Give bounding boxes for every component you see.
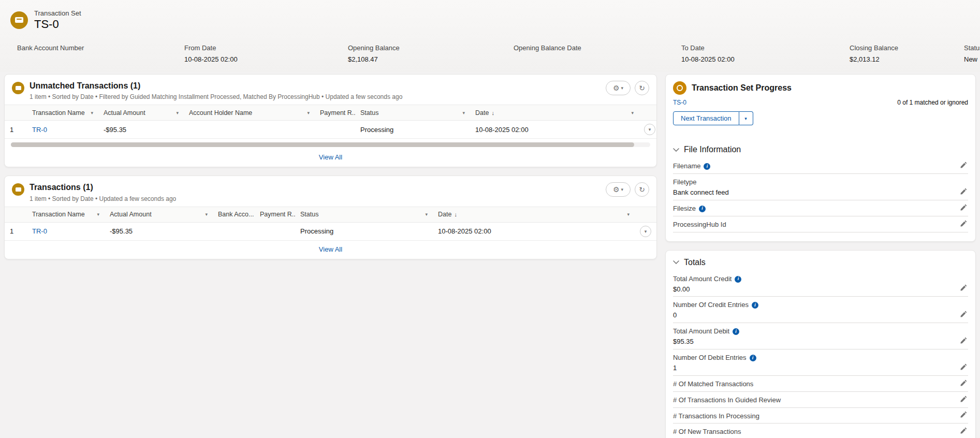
info-icon[interactable]: i	[704, 163, 710, 170]
transaction-link[interactable]: TR-0	[32, 227, 47, 235]
field-opening-balance-date: Opening Balance Date	[514, 44, 681, 64]
edit-button[interactable]	[959, 283, 968, 294]
gear-icon: ⚙	[613, 185, 620, 194]
field-label: Total Amount Debit	[673, 327, 729, 336]
column-label: Status	[360, 109, 378, 116]
edit-button[interactable]	[959, 187, 968, 198]
view-all-link[interactable]: View All	[319, 245, 342, 253]
row-actions-button[interactable]: ▾	[644, 124, 655, 135]
column-header-status[interactable]: Status▾	[355, 105, 470, 121]
sort-desc-icon: ↓	[454, 211, 457, 217]
field-value: $2,108.47	[348, 55, 514, 64]
section-title: File Information	[684, 145, 741, 154]
column-header-bank-account[interactable]: Bank Acco...▾	[213, 207, 255, 222]
edit-icon	[960, 220, 967, 227]
totals-card: Totals Total Amount Crediti $0.00 Number…	[665, 250, 976, 438]
refresh-button[interactable]: ↻	[635, 182, 649, 197]
refresh-icon: ↻	[639, 84, 645, 92]
view-all-link[interactable]: View All	[319, 153, 342, 161]
field-value: 10-08-2025 02:00	[184, 55, 348, 64]
column-header-date[interactable]: Date↓▾	[470, 105, 639, 121]
record-link[interactable]: TS-0	[673, 99, 686, 106]
row-number: 1	[5, 121, 27, 139]
field-label: Closing Balance	[850, 44, 964, 52]
edit-button[interactable]	[959, 378, 968, 389]
unmatched-transactions-card: Unmatched Transactions (1) 1 item • Sort…	[4, 74, 657, 167]
cell-account-holder-name	[184, 121, 315, 139]
edit-button[interactable]	[959, 362, 968, 373]
column-header-account-holder-name[interactable]: Account Holder Name▾	[184, 105, 315, 121]
next-transaction-dropdown-button[interactable]: ▾	[739, 111, 753, 125]
refresh-button[interactable]: ↻	[635, 81, 649, 95]
info-icon[interactable]: i	[750, 355, 756, 361]
list-meta: 1 item • Sorted by Date • Filtered by Gu…	[30, 93, 402, 100]
column-menu-icon: ▾	[91, 110, 93, 115]
field-total-amount-credit: Total Amount Crediti $0.00	[673, 272, 968, 297]
section-header[interactable]: File Information	[673, 140, 968, 159]
column-label: Bank Acco...	[218, 211, 254, 218]
cell-bank-account	[213, 222, 255, 240]
list-settings-button[interactable]: ⚙ ▾	[606, 182, 631, 197]
sort-desc-icon: ↓	[491, 110, 494, 116]
column-header-payment-reference[interactable]: Payment R...▾	[315, 105, 355, 121]
field-bank-account-number: Bank Account Number	[17, 44, 184, 64]
edit-icon	[960, 188, 967, 195]
column-menu-icon: ▾	[176, 110, 179, 115]
column-menu-icon: ▾	[425, 212, 428, 217]
field-label: # Of New Transactions	[673, 428, 741, 436]
edit-icon	[960, 311, 967, 318]
column-header-actual-amount[interactable]: Actual Amount▾	[105, 207, 213, 222]
next-transaction-button[interactable]: Next Transaction	[673, 111, 739, 125]
field-label: Number Of Credit Entries	[673, 301, 749, 310]
column-label: Account Holder Name	[189, 109, 252, 116]
edit-button[interactable]	[959, 310, 968, 320]
chevron-down-icon: ▾	[649, 127, 651, 132]
column-label: Payment R...	[260, 211, 295, 218]
column-header-status[interactable]: Status▾	[295, 207, 433, 222]
edit-button[interactable]	[959, 426, 968, 437]
edit-button[interactable]	[959, 410, 968, 421]
column-header-date[interactable]: Date↓▾	[433, 207, 635, 222]
edit-button[interactable]	[959, 336, 968, 347]
field-number-of-credit-entries: Number Of Credit Entriesi 0	[673, 298, 968, 323]
edit-icon	[960, 396, 967, 403]
field-total-amount-debit: Total Amount Debiti $95.35	[673, 325, 968, 349]
section-header[interactable]: Totals	[673, 253, 968, 272]
column-header-transaction-name[interactable]: Transaction Name▾	[27, 105, 98, 121]
edit-icon	[960, 204, 967, 211]
cell-status: Processing	[295, 222, 433, 240]
column-header-actual-amount[interactable]: Actual Amount▾	[98, 105, 184, 121]
record-identity: Transaction Set TS-0	[34, 9, 81, 31]
horizontal-scrollbar[interactable]	[11, 142, 650, 147]
cell-date: 10-08-2025 02:00	[433, 222, 635, 240]
record-name: TS-0	[34, 18, 81, 31]
unmatched-list-icon	[12, 82, 24, 94]
info-icon[interactable]: i	[735, 276, 741, 283]
file-information-section: File Information Filenamei Filetype Bank…	[666, 138, 975, 241]
transaction-link[interactable]: TR-0	[32, 126, 47, 134]
unmatched-table: Transaction Name▾ Actual Amount▾ Account…	[5, 105, 656, 139]
edit-button[interactable]	[959, 219, 968, 230]
edit-button[interactable]	[959, 395, 968, 405]
transaction-set-icon	[10, 11, 28, 29]
field-new-transactions: # Of New Transactions	[673, 425, 968, 438]
info-icon[interactable]: i	[752, 302, 758, 309]
scrollbar-thumb[interactable]	[11, 142, 634, 147]
field-number-of-debit-entries: Number Of Debit Entriesi 1	[673, 351, 968, 376]
column-header-payment-reference[interactable]: Payment R...▾	[255, 207, 295, 222]
entity-label: Transaction Set	[34, 9, 81, 17]
info-icon[interactable]: i	[699, 206, 706, 212]
transaction-set-progress-icon	[673, 81, 686, 95]
column-header-transaction-name[interactable]: Transaction Name▾	[27, 207, 105, 222]
column-label: Transaction Name	[32, 211, 85, 218]
chevron-down-icon: ▾	[621, 187, 624, 192]
chevron-down-icon: ▾	[621, 85, 624, 91]
info-icon[interactable]: i	[733, 328, 739, 335]
edit-icon	[960, 363, 967, 371]
row-actions-button[interactable]: ▾	[640, 226, 651, 237]
edit-button[interactable]	[959, 203, 968, 214]
list-settings-button[interactable]: ⚙ ▾	[606, 81, 631, 95]
edit-button[interactable]	[959, 160, 968, 171]
field-opening-balance: Opening Balance $2,108.47	[348, 44, 514, 64]
cell-actual-amount: -$95.35	[105, 222, 213, 240]
